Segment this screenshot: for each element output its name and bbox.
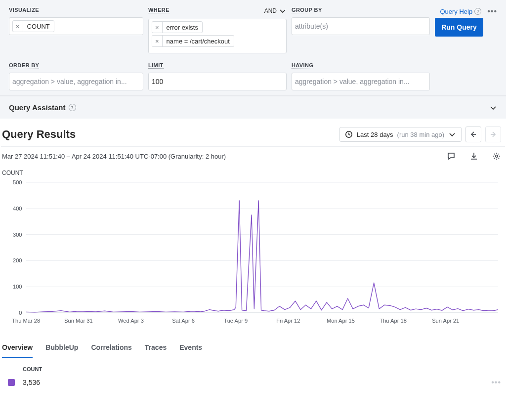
tab-correlations[interactable]: Correlations <box>91 337 131 358</box>
series-swatch <box>8 379 15 386</box>
time-sub: (run 38 min ago) <box>397 131 444 138</box>
visualize-field[interactable]: × COUNT <box>9 17 143 35</box>
settings-button[interactable] <box>492 152 501 161</box>
builder-top-links: Query Help ? ••• <box>440 7 497 16</box>
svg-text:500: 500 <box>13 179 22 185</box>
results-meta-row: Mar 27 2024 11:51:40 – Apr 24 2024 11:51… <box>1 147 505 167</box>
nav-forward-button[interactable] <box>485 126 501 142</box>
count-value: 3,536 <box>23 378 40 386</box>
results-header: Query Results Last 28 days (run 38 min a… <box>1 126 505 147</box>
tab-bubbleup[interactable]: BubbleUp <box>45 337 78 358</box>
svg-text:Sun Apr 21: Sun Apr 21 <box>432 318 459 324</box>
svg-text:Thu Apr 18: Thu Apr 18 <box>380 318 406 324</box>
visualize-label: VISUALIZE <box>9 7 39 13</box>
limit-section: LIMIT 100 <box>148 62 287 90</box>
query-assistant-title: Query Assistant <box>9 103 66 112</box>
svg-text:300: 300 <box>13 232 22 238</box>
where-chip-label: name = /cart/checkout <box>163 38 234 45</box>
visualize-chip: × COUNT <box>12 20 54 32</box>
having-section: HAVING aggregation > value, aggregation … <box>292 62 430 90</box>
where-label: WHERE <box>148 7 169 13</box>
query-help-link[interactable]: Query Help ? <box>440 8 481 15</box>
gear-icon <box>492 152 501 161</box>
svg-text:200: 200 <box>13 257 22 263</box>
orderby-section: ORDER BY aggregation > value, aggregatio… <box>9 62 143 90</box>
help-icon: ? <box>69 104 76 111</box>
svg-text:0: 0 <box>19 310 22 316</box>
limit-value: 100 <box>152 78 163 85</box>
run-query-button[interactable]: Run Query <box>435 18 483 37</box>
where-operator[interactable]: AND <box>264 7 287 15</box>
time-main: Last 28 days <box>357 131 393 138</box>
remove-chip-icon[interactable]: × <box>13 21 23 32</box>
comment-button[interactable] <box>447 152 456 161</box>
chart-area: COUNT 0100200300400500Thu Mar 28Sun Mar … <box>1 169 505 328</box>
orderby-placeholder: aggregation > value, aggregation in... <box>12 78 127 85</box>
having-label: HAVING <box>292 62 313 69</box>
chevron-down-icon <box>448 130 456 138</box>
comment-icon <box>447 152 456 161</box>
nav-back-button[interactable] <box>465 126 481 142</box>
query-assistant-bar[interactable]: Query Assistant ? <box>0 96 506 119</box>
tab-events[interactable]: Events <box>179 337 202 358</box>
results-meta: Mar 27 2024 11:51:40 – Apr 24 2024 11:51… <box>2 153 226 160</box>
table-header-count: COUNT <box>1 363 505 375</box>
more-menu-icon[interactable]: ••• <box>487 7 497 16</box>
query-help-label: Query Help <box>440 8 472 15</box>
count-chart[interactable]: 0100200300400500Thu Mar 28Sun Mar 31Wed … <box>2 179 503 328</box>
having-placeholder: aggregation > value, aggregation in... <box>295 78 410 85</box>
groupby-section: GROUP BY attribute(s) <box>292 7 430 35</box>
and-label: AND <box>264 7 277 14</box>
visualize-section: VISUALIZE × COUNT <box>9 7 143 35</box>
limit-field[interactable]: 100 <box>148 73 287 90</box>
arrow-left-icon <box>469 130 477 138</box>
download-icon <box>469 152 478 161</box>
svg-text:Tue Apr 9: Tue Apr 9 <box>224 318 248 324</box>
row-actions-icon[interactable]: ••• <box>491 378 501 387</box>
time-range-picker[interactable]: Last 28 days (run 38 min ago) <box>339 127 462 142</box>
results-table: COUNT 3,536 ••• <box>1 358 505 390</box>
where-chip: × error exists <box>152 21 203 33</box>
where-chip: × name = /cart/checkout <box>152 35 234 47</box>
groupby-field[interactable]: attribute(s) <box>292 17 430 35</box>
tab-overview[interactable]: Overview <box>2 337 33 358</box>
svg-text:400: 400 <box>13 206 22 211</box>
svg-text:Thu Mar 28: Thu Mar 28 <box>12 318 40 324</box>
clock-icon <box>345 130 353 138</box>
tab-traces[interactable]: Traces <box>145 337 167 358</box>
orderby-field[interactable]: aggregation > value, aggregation in... <box>9 73 143 90</box>
limit-label: LIMIT <box>148 62 164 69</box>
svg-text:Mon Apr 15: Mon Apr 15 <box>327 318 355 324</box>
remove-chip-icon[interactable]: × <box>152 36 163 46</box>
svg-text:Fri Apr 12: Fri Apr 12 <box>276 318 300 324</box>
results-section: Query Results Last 28 days (run 38 min a… <box>0 119 506 390</box>
chevron-down-icon <box>489 104 497 112</box>
results-title: Query Results <box>2 128 76 141</box>
results-tabs: Overview BubbleUp Correlations Traces Ev… <box>1 337 505 358</box>
svg-text:100: 100 <box>13 284 22 290</box>
where-chip-label: error exists <box>163 24 202 31</box>
visualize-chip-label: COUNT <box>23 23 54 30</box>
table-row[interactable]: 3,536 ••• <box>1 375 505 390</box>
remove-chip-icon[interactable]: × <box>152 22 163 33</box>
chart-title: COUNT <box>2 169 503 176</box>
arrow-right-icon <box>489 130 497 138</box>
svg-text:Sat Apr 6: Sat Apr 6 <box>172 318 195 324</box>
having-field[interactable]: aggregation > value, aggregation in... <box>292 73 430 90</box>
download-button[interactable] <box>469 152 478 161</box>
svg-point-5 <box>496 155 498 157</box>
orderby-label: ORDER BY <box>9 62 39 69</box>
groupby-placeholder: attribute(s) <box>295 22 328 30</box>
query-builder: Query Help ? ••• VISUALIZE × COUNT WHERE… <box>0 0 506 96</box>
chevron-down-icon <box>279 7 287 15</box>
groupby-label: GROUP BY <box>292 7 322 13</box>
svg-text:Sun Mar 31: Sun Mar 31 <box>64 318 93 324</box>
where-field[interactable]: × error exists × name = /cart/checkout <box>148 19 287 53</box>
svg-text:Wed Apr 3: Wed Apr 3 <box>118 318 144 324</box>
where-section: WHERE AND × error exists × name = /cart/… <box>148 7 287 53</box>
help-icon: ? <box>474 8 481 15</box>
